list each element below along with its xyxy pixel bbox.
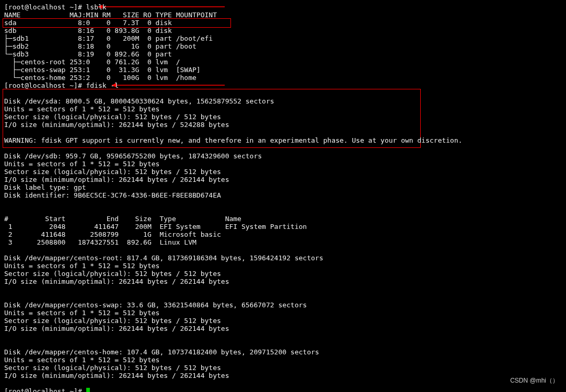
fdisk-output-line: WARNING: fdisk GPT support is currently … bbox=[4, 136, 463, 144]
fdisk-output-line: 1 2048 411647 200M EFI System EFI System… bbox=[4, 223, 307, 230]
lsblk-row: ├─sdb1 8:17 0 200M 0 part /boot/efi bbox=[4, 34, 213, 42]
lsblk-header: NAME MAJ:MIN RM SIZE RO TYPE MOUNTPOINT bbox=[4, 11, 217, 19]
fdisk-output-line: Disk /dev/mapper/centos-root: 817.4 GB, … bbox=[4, 254, 323, 262]
fdisk-output-line: # Start End Size Type Name bbox=[4, 215, 241, 223]
fdisk-output-line: I/O size (minimum/optimal): 262144 bytes… bbox=[4, 325, 229, 332]
watermark: CSDN @mhi（） bbox=[510, 377, 559, 385]
fdisk-output-line: Sector size (logical/physical): 512 byte… bbox=[4, 270, 221, 278]
fdisk-output-line: Sector size (logical/physical): 512 byte… bbox=[4, 364, 221, 372]
shell-prompt: [root@localhost ~]# bbox=[4, 82, 86, 89]
shell-prompt: [root@localhost ~]# bbox=[4, 3, 86, 11]
fdisk-output-line: Disk /dev/sdb: 959.7 GB, 959656755200 by… bbox=[4, 152, 262, 160]
command-lsblk: lsblk bbox=[86, 3, 107, 11]
fdisk-output-line: Units = sectors of 1 * 512 = 512 bytes bbox=[4, 105, 159, 113]
fdisk-output-line: I/O size (minimum/optimal): 262144 bytes… bbox=[4, 278, 229, 285]
fdisk-output-line: Disk /dev/sda: 8000.5 GB, 8000450330624 … bbox=[4, 97, 274, 105]
fdisk-output-line: Units = sectors of 1 * 512 = 512 bytes bbox=[4, 262, 159, 270]
lsblk-row: ├─sdb2 8:18 0 1G 0 part /boot bbox=[4, 42, 197, 50]
lsblk-row: ├─centos-root 253:0 0 761.2G 0 lvm / bbox=[4, 58, 180, 66]
terminal-output: [root@localhost ~]# lsblk NAME MAJ:MIN R… bbox=[0, 0, 566, 392]
fdisk-output-line: Sector size (logical/physical): 512 byte… bbox=[4, 113, 221, 121]
shell-prompt: [root@localhost ~]# bbox=[4, 387, 86, 392]
fdisk-output-line: Disk label type: gpt bbox=[4, 183, 86, 191]
lsblk-row: └─sdb3 8:19 0 892.6G 0 part bbox=[4, 50, 176, 58]
fdisk-output-line: Disk /dev/mapper/centos-home: 107.4 GB, … bbox=[4, 348, 319, 356]
fdisk-output-line: Units = sectors of 1 * 512 = 512 bytes bbox=[4, 356, 159, 364]
lsblk-row: └─centos-home 253:2 0 100G 0 lvm /home bbox=[4, 74, 197, 82]
fdisk-output-line: 3 2508800 1874327551 892.6G Linux LVM bbox=[4, 238, 225, 246]
fdisk-output-line: Sector size (logical/physical): 512 byte… bbox=[4, 168, 221, 176]
fdisk-output-line: I/O size (minimum/optimal): 262144 bytes… bbox=[4, 176, 229, 183]
fdisk-output-line: Units = sectors of 1 * 512 = 512 bytes bbox=[4, 160, 159, 168]
fdisk-output-line: 2 411648 2508799 1G Microsoft basic bbox=[4, 230, 225, 238]
fdisk-output-line: Disk identifier: 9B6EC5CE-3C76-4336-B6EE… bbox=[4, 191, 221, 199]
lsblk-row: sda 8:0 0 7.3T 0 disk bbox=[4, 19, 176, 27]
cursor[interactable] bbox=[86, 388, 90, 392]
fdisk-output-line: Sector size (logical/physical): 512 byte… bbox=[4, 317, 221, 325]
command-fdisk: fdisk -l bbox=[86, 82, 119, 89]
fdisk-output-line: Disk /dev/mapper/centos-swap: 33.6 GB, 3… bbox=[4, 301, 307, 309]
lsblk-row: ├─centos-swap 253:1 0 31.3G 0 lvm [SWAP] bbox=[4, 66, 201, 74]
fdisk-output-line: I/O size (minimum/optimal): 262144 bytes… bbox=[4, 121, 229, 129]
lsblk-row: sdb 8:16 0 893.8G 0 disk bbox=[4, 27, 176, 34]
fdisk-output-line: I/O size (minimum/optimal): 262144 bytes… bbox=[4, 372, 229, 379]
fdisk-output-line: Units = sectors of 1 * 512 = 512 bytes bbox=[4, 309, 159, 317]
